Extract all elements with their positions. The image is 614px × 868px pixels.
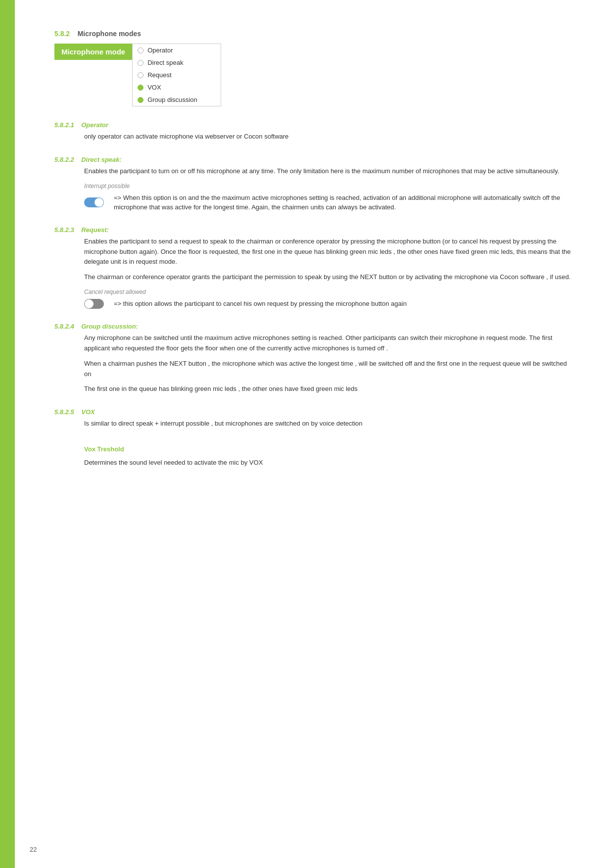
subsection-number: 5.8.2.1: [54, 121, 74, 129]
dropdown-item-label: Request: [147, 71, 171, 79]
subsection-title-vox: 5.8.2.5 VOX: [54, 408, 574, 416]
group-discussion-description-1: Any microphone can be switched until the…: [84, 333, 574, 354]
cancel-request-toggle[interactable]: [84, 299, 104, 309]
subsection-title-operator: 5.8.2.1 Operator: [54, 121, 574, 129]
interrupt-possible-label: Interrupt possible: [84, 182, 574, 191]
dropdown-item-operator[interactable]: Operator: [133, 44, 221, 56]
section-number: 5.8.2: [54, 30, 70, 38]
dropdown-item-request[interactable]: Request: [133, 69, 221, 81]
dropdown-item-label: Group discussion: [147, 96, 197, 103]
dropdown-item-direct-speak[interactable]: Direct speak: [133, 56, 221, 69]
subsection-title-request: 5.8.2.3 Request:: [54, 226, 574, 234]
group-discussion-description-2: When a chairman pushes the NEXT button ,…: [84, 359, 574, 380]
dropdown-list: Operator Direct speak Request VOX Group …: [132, 44, 221, 106]
interrupt-possible-description: => When this option is on and the the ma…: [114, 193, 574, 212]
vox-treshold-description: Determines the sound level needed to act…: [84, 458, 574, 468]
radio-dot-direct-speak: [138, 60, 143, 66]
microphone-mode-dropdown-widget: Microphone mode Operator Direct speak Re…: [54, 44, 574, 106]
subsection-title-group-discussion: 5.8.2.4 Group discussion:: [54, 323, 574, 330]
subsection-operator: 5.8.2.1 Operator only operator can activ…: [54, 121, 574, 142]
section-title-text: Microphone modes: [78, 30, 141, 38]
direct-speak-description: Enables the participant to turn on or of…: [84, 166, 574, 177]
subsection-body-request: Enables the participant to send a reques…: [84, 237, 574, 309]
vox-treshold-label: Vox Treshold: [84, 444, 574, 455]
subsection-body-group-discussion: Any microphone can be switched until the…: [84, 333, 574, 394]
cancel-request-label: Cancel request allowed: [84, 288, 574, 297]
subsection-title-text: Group discussion:: [81, 323, 138, 330]
subsection-direct-speak: 5.8.2.2 Direct speak: Enables the partic…: [54, 156, 574, 212]
subsection-number: 5.8.2.4: [54, 323, 74, 330]
page-number: 22: [30, 846, 37, 853]
subsection-title-text: VOX: [81, 408, 94, 416]
dropdown-item-vox[interactable]: VOX: [133, 81, 221, 94]
toggle-knob: [94, 198, 103, 207]
subsection-request: 5.8.2.3 Request: Enables the participant…: [54, 226, 574, 309]
subsection-title-text: Request:: [81, 226, 109, 234]
radio-dot-request: [138, 72, 143, 78]
toggle-knob: [85, 299, 94, 308]
radio-dot-operator: [138, 48, 143, 53]
section-heading: 5.8.2 Microphone modes: [54, 30, 574, 38]
operator-description: only operator can activate microphone vi…: [84, 132, 574, 142]
cancel-request-description: => this option allows the participant to…: [114, 299, 574, 309]
dropdown-item-group-discussion[interactable]: Group discussion: [133, 94, 221, 106]
dropdown-label[interactable]: Microphone mode: [54, 44, 132, 60]
subsection-title-direct-speak: 5.8.2.2 Direct speak:: [54, 156, 574, 163]
subsection-title-text: Operator: [81, 121, 108, 129]
left-accent-bar: [0, 0, 15, 868]
interrupt-possible-toggle[interactable]: [84, 197, 104, 207]
cancel-request-toggle-row: => this option allows the participant to…: [84, 299, 574, 309]
dropdown-item-label: VOX: [147, 84, 161, 91]
subsection-title-text: Direct speak:: [81, 156, 122, 163]
dropdown-item-label: Direct speak: [147, 59, 183, 66]
subsection-vox: 5.8.2.5 VOX Is similar to direct speak +…: [54, 408, 574, 468]
request-description-2: The chairman or conference operator gran…: [84, 272, 574, 283]
subsection-body-operator: only operator can activate microphone vi…: [84, 132, 574, 142]
radio-dot-vox: [138, 85, 143, 91]
subsection-number: 5.8.2.2: [54, 156, 74, 163]
group-discussion-description-3: The first one in the queue has blinking …: [84, 384, 574, 394]
dropdown-item-label: Operator: [147, 47, 173, 54]
radio-dot-group-discussion: [138, 97, 143, 103]
subsection-group-discussion: 5.8.2.4 Group discussion: Any microphone…: [54, 323, 574, 394]
subsection-body-vox: Is similar to direct speak + interrupt p…: [84, 419, 574, 468]
vox-description: Is similar to direct speak + interrupt p…: [84, 419, 574, 429]
subsection-number: 5.8.2.3: [54, 226, 74, 234]
request-description-1: Enables the participant to send a reques…: [84, 237, 574, 267]
interrupt-possible-toggle-row: => When this option is on and the the ma…: [84, 193, 574, 212]
subsection-body-direct-speak: Enables the participant to turn on or of…: [84, 166, 574, 212]
subsection-number: 5.8.2.5: [54, 408, 74, 416]
